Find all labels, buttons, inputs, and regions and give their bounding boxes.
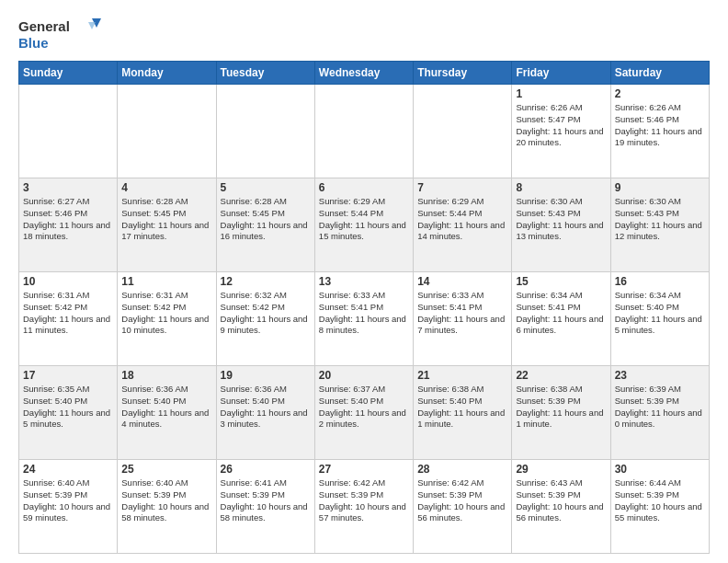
- calendar-cell: 22Sunrise: 6:38 AM Sunset: 5:39 PM Dayli…: [512, 366, 610, 460]
- day-number: 24: [23, 463, 113, 476]
- day-number: 19: [221, 369, 311, 382]
- calendar-cell: 13Sunrise: 6:33 AM Sunset: 5:41 PM Dayli…: [314, 272, 413, 366]
- day-info: Sunrise: 6:29 AM Sunset: 5:44 PM Dayligh…: [417, 196, 507, 243]
- day-header-monday: Monday: [118, 62, 216, 85]
- day-info: Sunrise: 6:30 AM Sunset: 5:43 PM Dayligh…: [516, 196, 606, 243]
- day-header-saturday: Saturday: [610, 62, 709, 85]
- calendar-cell: 18Sunrise: 6:36 AM Sunset: 5:40 PM Dayli…: [118, 366, 216, 460]
- svg-text:Blue: Blue: [18, 35, 49, 51]
- day-info: Sunrise: 6:38 AM Sunset: 5:39 PM Dayligh…: [516, 384, 606, 431]
- svg-marker-3: [88, 22, 96, 29]
- day-info: Sunrise: 6:37 AM Sunset: 5:40 PM Dayligh…: [319, 384, 409, 431]
- calendar-cell: [118, 85, 216, 178]
- day-number: 26: [221, 463, 311, 476]
- day-number: 10: [23, 275, 113, 288]
- day-info: Sunrise: 6:43 AM Sunset: 5:39 PM Dayligh…: [516, 477, 606, 524]
- day-info: Sunrise: 6:26 AM Sunset: 5:46 PM Dayligh…: [615, 102, 705, 149]
- day-info: Sunrise: 6:40 AM Sunset: 5:39 PM Dayligh…: [121, 477, 211, 524]
- day-number: 4: [121, 181, 211, 194]
- day-header-thursday: Thursday: [414, 62, 512, 85]
- day-number: 27: [319, 463, 409, 476]
- day-info: Sunrise: 6:42 AM Sunset: 5:39 PM Dayligh…: [319, 477, 409, 524]
- day-number: 16: [615, 275, 705, 288]
- calendar-cell: 4Sunrise: 6:28 AM Sunset: 5:45 PM Daylig…: [118, 178, 216, 272]
- day-header-sunday: Sunday: [19, 62, 118, 85]
- calendar-cell: 23Sunrise: 6:39 AM Sunset: 5:39 PM Dayli…: [610, 366, 709, 460]
- day-info: Sunrise: 6:27 AM Sunset: 5:46 PM Dayligh…: [23, 196, 113, 243]
- day-number: 13: [319, 275, 409, 288]
- day-header-friday: Friday: [512, 62, 610, 85]
- day-info: Sunrise: 6:32 AM Sunset: 5:42 PM Dayligh…: [221, 290, 311, 337]
- day-number: 8: [516, 181, 606, 194]
- calendar-cell: 19Sunrise: 6:36 AM Sunset: 5:40 PM Dayli…: [216, 366, 314, 460]
- calendar-cell: 2Sunrise: 6:26 AM Sunset: 5:46 PM Daylig…: [610, 85, 709, 178]
- page-header: General Blue: [18, 15, 710, 53]
- calendar-cell: 24Sunrise: 6:40 AM Sunset: 5:39 PM Dayli…: [19, 460, 118, 554]
- day-header-tuesday: Tuesday: [216, 62, 314, 85]
- day-number: 25: [121, 463, 211, 476]
- day-number: 5: [221, 181, 311, 194]
- day-number: 6: [319, 181, 409, 194]
- day-number: 1: [516, 87, 606, 100]
- calendar-cell: 12Sunrise: 6:32 AM Sunset: 5:42 PM Dayli…: [216, 272, 314, 366]
- calendar-cell: 17Sunrise: 6:35 AM Sunset: 5:40 PM Dayli…: [19, 366, 118, 460]
- calendar-week-row: 10Sunrise: 6:31 AM Sunset: 5:42 PM Dayli…: [19, 272, 710, 366]
- calendar-page: General Blue SundayMondayTuesdayWednesda…: [0, 0, 728, 563]
- day-number: 22: [516, 369, 606, 382]
- calendar-cell: 26Sunrise: 6:41 AM Sunset: 5:39 PM Dayli…: [216, 460, 314, 554]
- day-number: 17: [23, 369, 113, 382]
- svg-text:General: General: [18, 18, 70, 34]
- day-info: Sunrise: 6:38 AM Sunset: 5:40 PM Dayligh…: [417, 384, 507, 431]
- calendar-cell: 29Sunrise: 6:43 AM Sunset: 5:39 PM Dayli…: [512, 460, 610, 554]
- day-number: 14: [417, 275, 507, 288]
- calendar-cell: [19, 85, 118, 178]
- day-info: Sunrise: 6:39 AM Sunset: 5:39 PM Dayligh…: [615, 384, 705, 431]
- day-number: 12: [221, 275, 311, 288]
- day-number: 18: [121, 369, 211, 382]
- day-number: 11: [121, 275, 211, 288]
- calendar-header-row: SundayMondayTuesdayWednesdayThursdayFrid…: [19, 62, 710, 85]
- day-info: Sunrise: 6:36 AM Sunset: 5:40 PM Dayligh…: [221, 384, 311, 431]
- day-info: Sunrise: 6:40 AM Sunset: 5:39 PM Dayligh…: [23, 477, 113, 524]
- calendar-cell: 5Sunrise: 6:28 AM Sunset: 5:45 PM Daylig…: [216, 178, 314, 272]
- day-info: Sunrise: 6:33 AM Sunset: 5:41 PM Dayligh…: [417, 290, 507, 337]
- day-number: 20: [319, 369, 409, 382]
- calendar-cell: 7Sunrise: 6:29 AM Sunset: 5:44 PM Daylig…: [414, 178, 512, 272]
- day-info: Sunrise: 6:41 AM Sunset: 5:39 PM Dayligh…: [221, 477, 311, 524]
- day-number: 15: [516, 275, 606, 288]
- day-info: Sunrise: 6:36 AM Sunset: 5:40 PM Dayligh…: [121, 384, 211, 431]
- calendar-cell: 25Sunrise: 6:40 AM Sunset: 5:39 PM Dayli…: [118, 460, 216, 554]
- calendar-cell: 3Sunrise: 6:27 AM Sunset: 5:46 PM Daylig…: [19, 178, 118, 272]
- day-info: Sunrise: 6:44 AM Sunset: 5:39 PM Dayligh…: [615, 477, 705, 524]
- calendar-cell: 6Sunrise: 6:29 AM Sunset: 5:44 PM Daylig…: [314, 178, 413, 272]
- day-info: Sunrise: 6:28 AM Sunset: 5:45 PM Dayligh…: [121, 196, 211, 243]
- calendar-cell: 15Sunrise: 6:34 AM Sunset: 5:41 PM Dayli…: [512, 272, 610, 366]
- calendar-cell: 9Sunrise: 6:30 AM Sunset: 5:43 PM Daylig…: [610, 178, 709, 272]
- day-info: Sunrise: 6:34 AM Sunset: 5:40 PM Dayligh…: [615, 290, 705, 337]
- calendar-week-row: 1Sunrise: 6:26 AM Sunset: 5:47 PM Daylig…: [19, 85, 710, 178]
- calendar-cell: 20Sunrise: 6:37 AM Sunset: 5:40 PM Dayli…: [314, 366, 413, 460]
- day-number: 21: [417, 369, 507, 382]
- day-info: Sunrise: 6:26 AM Sunset: 5:47 PM Dayligh…: [516, 102, 606, 149]
- day-number: 28: [417, 463, 507, 476]
- calendar-cell: [414, 85, 512, 178]
- day-number: 3: [23, 181, 113, 194]
- calendar-cell: 30Sunrise: 6:44 AM Sunset: 5:39 PM Dayli…: [610, 460, 709, 554]
- day-info: Sunrise: 6:29 AM Sunset: 5:44 PM Dayligh…: [319, 196, 409, 243]
- day-number: 9: [615, 181, 705, 194]
- day-number: 2: [615, 87, 705, 100]
- day-info: Sunrise: 6:35 AM Sunset: 5:40 PM Dayligh…: [23, 384, 113, 431]
- calendar-cell: [314, 85, 413, 178]
- day-info: Sunrise: 6:42 AM Sunset: 5:39 PM Dayligh…: [417, 477, 507, 524]
- logo: General Blue: [18, 15, 101, 53]
- calendar-cell: 8Sunrise: 6:30 AM Sunset: 5:43 PM Daylig…: [512, 178, 610, 272]
- calendar-cell: 10Sunrise: 6:31 AM Sunset: 5:42 PM Dayli…: [19, 272, 118, 366]
- calendar-cell: 21Sunrise: 6:38 AM Sunset: 5:40 PM Dayli…: [414, 366, 512, 460]
- day-info: Sunrise: 6:30 AM Sunset: 5:43 PM Dayligh…: [615, 196, 705, 243]
- calendar-cell: 28Sunrise: 6:42 AM Sunset: 5:39 PM Dayli…: [414, 460, 512, 554]
- calendar-cell: 11Sunrise: 6:31 AM Sunset: 5:42 PM Dayli…: [118, 272, 216, 366]
- day-number: 23: [615, 369, 705, 382]
- calendar-week-row: 24Sunrise: 6:40 AM Sunset: 5:39 PM Dayli…: [19, 460, 710, 554]
- day-info: Sunrise: 6:34 AM Sunset: 5:41 PM Dayligh…: [516, 290, 606, 337]
- calendar-cell: 16Sunrise: 6:34 AM Sunset: 5:40 PM Dayli…: [610, 272, 709, 366]
